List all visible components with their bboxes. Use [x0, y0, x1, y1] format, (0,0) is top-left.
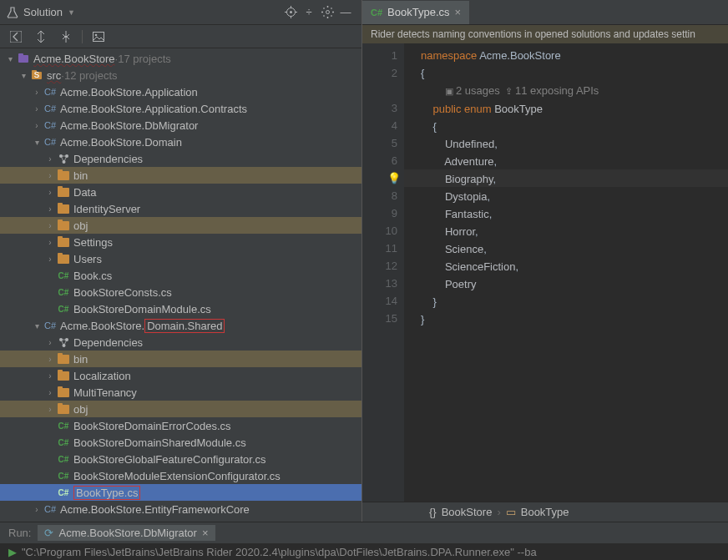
file-consts[interactable]: C#BookStoreConsts.cs	[0, 284, 361, 300]
file-errorcodes[interactable]: C#BookStoreDomainErrorCodes.cs	[0, 417, 361, 434]
dependencies[interactable]: ›Dependencies	[0, 150, 361, 167]
svg-point-5	[95, 33, 98, 36]
close-icon[interactable]: ×	[202, 527, 209, 539]
proj-domain[interactable]: ▾C#Acme.BookStore.Domain	[0, 134, 361, 150]
run-tab[interactable]: ⟳ Acme.BookStore.DbMigrator ×	[38, 525, 215, 541]
solution-title[interactable]: Solution ▼	[7, 6, 75, 18]
solution-tree[interactable]: ▾Acme.BookStore · 17 projects ▾ssrc · 12…	[0, 48, 361, 522]
src-node[interactable]: ▾ssrc · 12 projects	[0, 67, 361, 83]
svg-rect-3	[10, 31, 22, 43]
svg-rect-4	[94, 32, 104, 41]
tab-booktype[interactable]: C# BookType.cs ×	[362, 1, 469, 24]
svg-point-1	[290, 11, 292, 13]
svg-point-2	[326, 11, 329, 14]
run-toolwindow[interactable]: Run: ⟳ Acme.BookStore.DbMigrator ×	[0, 522, 728, 543]
namespace-icon: {}	[429, 506, 437, 518]
notification-banner: Rider detects naming conventions in open…	[362, 25, 728, 43]
folder-bin[interactable]: ›bin	[0, 167, 361, 184]
folder-settings[interactable]: ›Settings	[0, 234, 361, 250]
dotnet-icon: ⟳	[44, 527, 53, 539]
dependencies2[interactable]: ›Dependencies	[0, 334, 361, 351]
proj-app[interactable]: ›C#Acme.BookStore.Application	[0, 83, 361, 100]
csharp-icon: C#	[371, 8, 382, 18]
folder-localization[interactable]: ›Localization	[0, 367, 361, 384]
file-sharedmodule[interactable]: C#BookStoreDomainSharedModule.cs	[0, 434, 361, 451]
code-editor[interactable]: 123456789101112131415 💡 namespace Acme.B…	[362, 43, 728, 502]
flask-icon	[7, 7, 18, 18]
folder-obj[interactable]: ›obj	[0, 217, 361, 234]
divide-icon[interactable]: ÷	[300, 3, 318, 22]
folder-obj2[interactable]: ›obj	[0, 401, 361, 417]
gutter[interactable]: 123456789101112131415 💡	[362, 43, 404, 502]
folder-multitenancy[interactable]: ›MultiTenancy	[0, 384, 361, 401]
folder-users[interactable]: ›Users	[0, 250, 361, 267]
file-domainmodule[interactable]: C#BookStoreDomainModule.cs	[0, 300, 361, 317]
minimize-icon[interactable]: —	[336, 3, 355, 22]
file-globalfeature[interactable]: C#BookStoreGlobalFeatureConfigurator.cs	[0, 451, 361, 467]
expand-icon[interactable]	[32, 28, 50, 46]
root-node[interactable]: ▾Acme.BookStore · 17 projects	[0, 50, 361, 67]
file-moduleext[interactable]: C#BookStoreModuleExtensionConfigurator.c…	[0, 467, 361, 484]
proj-app-contracts[interactable]: ›C#Acme.BookStore.Application.Contracts	[0, 100, 361, 117]
console-output: ▶ "C:\Program Files\JetBrains\JetBrains …	[0, 543, 728, 560]
file-booktype[interactable]: C#BookType.cs	[0, 484, 361, 501]
svg-rect-6	[18, 55, 28, 63]
target-icon[interactable]	[281, 3, 300, 22]
proj-domain-shared[interactable]: ▾C#Acme.BookStore.Domain.Shared	[0, 317, 361, 334]
folder-identityserver[interactable]: ›IdentityServer	[0, 200, 361, 217]
breadcrumb[interactable]: {} BookStore › ▭ BookType	[362, 502, 728, 522]
editor-tabbar: C# BookType.cs ×	[362, 0, 728, 25]
proj-efcore[interactable]: ›C#Acme.BookStore.EntityFrameworkCore	[0, 501, 361, 517]
svg-text:s: s	[34, 69, 40, 80]
file-book[interactable]: C#Book.cs	[0, 267, 361, 284]
close-icon[interactable]: ×	[455, 6, 462, 18]
proj-dbmigrator[interactable]: ›C#Acme.BookStore.DbMigrator	[0, 117, 361, 134]
collapse-icon[interactable]	[57, 28, 75, 46]
gear-icon[interactable]	[318, 3, 336, 22]
enum-icon: ▭	[506, 506, 516, 518]
image-icon[interactable]	[89, 28, 108, 46]
back-icon[interactable]	[7, 28, 25, 46]
svg-rect-7	[18, 53, 23, 56]
lightbulb-icon[interactable]: 💡	[387, 169, 401, 187]
folder-bin2[interactable]: ›bin	[0, 351, 361, 367]
play-icon[interactable]: ▶	[8, 546, 17, 558]
folder-data[interactable]: ›Data	[0, 184, 361, 200]
